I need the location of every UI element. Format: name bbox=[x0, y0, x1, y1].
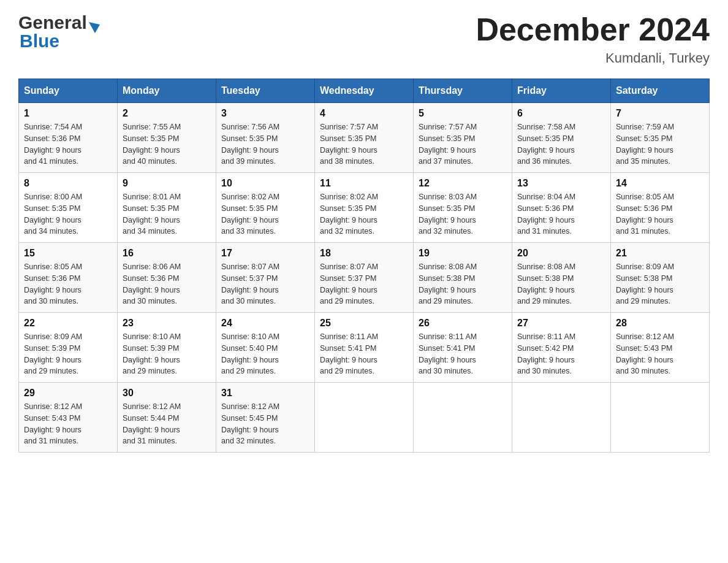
logo-blue-text: Blue bbox=[20, 31, 59, 52]
calendar-cell: 3Sunrise: 7:56 AMSunset: 5:35 PMDaylight… bbox=[216, 103, 315, 173]
calendar-row-3: 15Sunrise: 8:05 AMSunset: 5:36 PMDayligh… bbox=[19, 243, 710, 313]
day-number: 15 bbox=[24, 248, 112, 259]
col-saturday: Saturday bbox=[611, 79, 710, 103]
day-info: Sunrise: 7:56 AMSunset: 5:35 PMDaylight:… bbox=[221, 123, 279, 166]
calendar-row-2: 8Sunrise: 8:00 AMSunset: 5:35 PMDaylight… bbox=[19, 173, 710, 243]
day-number: 7 bbox=[616, 108, 704, 119]
day-number: 16 bbox=[123, 248, 211, 259]
day-number: 1 bbox=[24, 108, 112, 119]
calendar-cell: 8Sunrise: 8:00 AMSunset: 5:35 PMDaylight… bbox=[19, 173, 118, 243]
day-number: 22 bbox=[24, 318, 112, 329]
calendar-cell: 11Sunrise: 8:02 AMSunset: 5:35 PMDayligh… bbox=[315, 173, 414, 243]
day-info: Sunrise: 8:02 AMSunset: 5:35 PMDaylight:… bbox=[221, 193, 279, 236]
calendar-cell: 24Sunrise: 8:10 AMSunset: 5:40 PMDayligh… bbox=[216, 313, 315, 383]
calendar-cell: 7Sunrise: 7:59 AMSunset: 5:35 PMDaylight… bbox=[611, 103, 710, 173]
day-number: 31 bbox=[221, 388, 309, 399]
calendar-cell: 28Sunrise: 8:12 AMSunset: 5:43 PMDayligh… bbox=[611, 313, 710, 383]
day-info: Sunrise: 7:58 AMSunset: 5:35 PMDaylight:… bbox=[517, 123, 575, 166]
calendar-cell: 4Sunrise: 7:57 AMSunset: 5:35 PMDaylight… bbox=[315, 103, 414, 173]
calendar-cell bbox=[512, 383, 611, 453]
day-info: Sunrise: 8:11 AMSunset: 5:41 PMDaylight:… bbox=[320, 332, 378, 375]
day-number: 6 bbox=[517, 108, 605, 119]
day-info: Sunrise: 8:05 AMSunset: 5:36 PMDaylight:… bbox=[616, 193, 674, 236]
day-info: Sunrise: 8:12 AMSunset: 5:43 PMDaylight:… bbox=[24, 402, 82, 445]
svg-marker-0 bbox=[89, 22, 100, 33]
logo-general-text: General bbox=[18, 12, 87, 33]
day-info: Sunrise: 8:05 AMSunset: 5:36 PMDaylight:… bbox=[24, 262, 82, 305]
calendar-cell: 20Sunrise: 8:08 AMSunset: 5:38 PMDayligh… bbox=[512, 243, 611, 313]
day-info: Sunrise: 7:54 AMSunset: 5:36 PMDaylight:… bbox=[24, 123, 82, 166]
title-section: December 2024 Kumdanli, Turkey bbox=[476, 12, 710, 66]
page-header: General Blue December 2024 Kumdanli, Tur… bbox=[18, 12, 710, 66]
col-monday: Monday bbox=[118, 79, 216, 103]
day-number: 21 bbox=[616, 248, 704, 259]
col-tuesday: Tuesday bbox=[216, 79, 315, 103]
calendar-cell: 9Sunrise: 8:01 AMSunset: 5:35 PMDaylight… bbox=[118, 173, 216, 243]
day-info: Sunrise: 8:08 AMSunset: 5:38 PMDaylight:… bbox=[419, 262, 477, 305]
calendar-cell: 29Sunrise: 8:12 AMSunset: 5:43 PMDayligh… bbox=[19, 383, 118, 453]
day-info: Sunrise: 8:07 AMSunset: 5:37 PMDaylight:… bbox=[221, 262, 279, 305]
day-info: Sunrise: 8:02 AMSunset: 5:35 PMDaylight:… bbox=[320, 193, 378, 236]
col-wednesday: Wednesday bbox=[315, 79, 414, 103]
day-info: Sunrise: 8:12 AMSunset: 5:45 PMDaylight:… bbox=[221, 402, 279, 445]
day-number: 29 bbox=[24, 388, 112, 399]
day-info: Sunrise: 8:12 AMSunset: 5:43 PMDaylight:… bbox=[616, 332, 674, 375]
calendar-cell bbox=[414, 383, 512, 453]
day-number: 12 bbox=[419, 178, 507, 189]
calendar-cell: 25Sunrise: 8:11 AMSunset: 5:41 PMDayligh… bbox=[315, 313, 414, 383]
calendar-row-4: 22Sunrise: 8:09 AMSunset: 5:39 PMDayligh… bbox=[19, 313, 710, 383]
col-friday: Friday bbox=[512, 79, 611, 103]
calendar-cell: 17Sunrise: 8:07 AMSunset: 5:37 PMDayligh… bbox=[216, 243, 315, 313]
day-info: Sunrise: 7:57 AMSunset: 5:35 PMDaylight:… bbox=[419, 123, 477, 166]
calendar-cell: 19Sunrise: 8:08 AMSunset: 5:38 PMDayligh… bbox=[414, 243, 512, 313]
day-number: 20 bbox=[517, 248, 605, 259]
day-number: 25 bbox=[320, 318, 408, 329]
day-number: 17 bbox=[221, 248, 309, 259]
day-info: Sunrise: 7:57 AMSunset: 5:35 PMDaylight:… bbox=[320, 123, 378, 166]
day-number: 14 bbox=[616, 178, 704, 189]
calendar-cell: 1Sunrise: 7:54 AMSunset: 5:36 PMDaylight… bbox=[19, 103, 118, 173]
calendar-cell: 22Sunrise: 8:09 AMSunset: 5:39 PMDayligh… bbox=[19, 313, 118, 383]
day-number: 13 bbox=[517, 178, 605, 189]
day-number: 4 bbox=[320, 108, 408, 119]
calendar-cell: 6Sunrise: 7:58 AMSunset: 5:35 PMDaylight… bbox=[512, 103, 611, 173]
day-number: 11 bbox=[320, 178, 408, 189]
day-info: Sunrise: 8:10 AMSunset: 5:39 PMDaylight:… bbox=[123, 332, 181, 375]
day-info: Sunrise: 8:09 AMSunset: 5:38 PMDaylight:… bbox=[616, 262, 674, 305]
day-number: 19 bbox=[419, 248, 507, 259]
calendar-table: Sunday Monday Tuesday Wednesday Thursday… bbox=[18, 79, 710, 453]
day-number: 28 bbox=[616, 318, 704, 329]
col-sunday: Sunday bbox=[19, 79, 118, 103]
calendar-header-row: Sunday Monday Tuesday Wednesday Thursday… bbox=[19, 79, 710, 103]
day-info: Sunrise: 8:06 AMSunset: 5:36 PMDaylight:… bbox=[123, 262, 181, 305]
day-info: Sunrise: 8:00 AMSunset: 5:35 PMDaylight:… bbox=[24, 193, 82, 236]
day-info: Sunrise: 8:11 AMSunset: 5:41 PMDaylight:… bbox=[419, 332, 477, 375]
day-info: Sunrise: 8:01 AMSunset: 5:35 PMDaylight:… bbox=[123, 193, 181, 236]
calendar-cell bbox=[315, 383, 414, 453]
location-subtitle: Kumdanli, Turkey bbox=[476, 50, 710, 66]
day-number: 5 bbox=[419, 108, 507, 119]
calendar-cell: 27Sunrise: 8:11 AMSunset: 5:42 PMDayligh… bbox=[512, 313, 611, 383]
day-info: Sunrise: 8:10 AMSunset: 5:40 PMDaylight:… bbox=[221, 332, 279, 375]
day-info: Sunrise: 8:03 AMSunset: 5:35 PMDaylight:… bbox=[419, 193, 477, 236]
day-number: 10 bbox=[221, 178, 309, 189]
col-thursday: Thursday bbox=[414, 79, 512, 103]
day-info: Sunrise: 8:09 AMSunset: 5:39 PMDaylight:… bbox=[24, 332, 82, 375]
calendar-cell: 15Sunrise: 8:05 AMSunset: 5:36 PMDayligh… bbox=[19, 243, 118, 313]
calendar-cell: 2Sunrise: 7:55 AMSunset: 5:35 PMDaylight… bbox=[118, 103, 216, 173]
logo-arrow-icon bbox=[89, 22, 100, 33]
month-title: December 2024 bbox=[476, 12, 710, 47]
calendar-cell: 10Sunrise: 8:02 AMSunset: 5:35 PMDayligh… bbox=[216, 173, 315, 243]
calendar-cell: 13Sunrise: 8:04 AMSunset: 5:36 PMDayligh… bbox=[512, 173, 611, 243]
calendar-cell: 18Sunrise: 8:07 AMSunset: 5:37 PMDayligh… bbox=[315, 243, 414, 313]
calendar-cell: 23Sunrise: 8:10 AMSunset: 5:39 PMDayligh… bbox=[118, 313, 216, 383]
day-info: Sunrise: 8:04 AMSunset: 5:36 PMDaylight:… bbox=[517, 193, 575, 236]
calendar-cell: 16Sunrise: 8:06 AMSunset: 5:36 PMDayligh… bbox=[118, 243, 216, 313]
day-number: 3 bbox=[221, 108, 309, 119]
day-number: 2 bbox=[123, 108, 211, 119]
day-info: Sunrise: 8:11 AMSunset: 5:42 PMDaylight:… bbox=[517, 332, 575, 375]
logo: General Blue bbox=[18, 12, 100, 52]
day-info: Sunrise: 8:08 AMSunset: 5:38 PMDaylight:… bbox=[517, 262, 575, 305]
calendar-row-5: 29Sunrise: 8:12 AMSunset: 5:43 PMDayligh… bbox=[19, 383, 710, 453]
calendar-cell: 5Sunrise: 7:57 AMSunset: 5:35 PMDaylight… bbox=[414, 103, 512, 173]
